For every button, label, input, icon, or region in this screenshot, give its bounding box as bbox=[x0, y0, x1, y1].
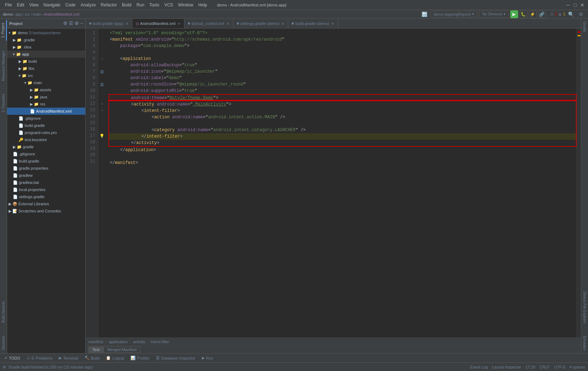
project-filter-icon[interactable]: ☰ bbox=[69, 21, 73, 26]
menu-navigate[interactable]: Navigate bbox=[41, 2, 62, 8]
tab-close-dcloud[interactable]: ✕ bbox=[226, 22, 229, 26]
menu-refactor[interactable]: Refactor bbox=[99, 2, 119, 8]
tab-close[interactable]: ✕ bbox=[126, 22, 128, 26]
project-collapse-icon[interactable]: − bbox=[80, 21, 83, 26]
tab-build-gradle-demo[interactable]: build.gradle (demo) ✕ bbox=[288, 19, 338, 28]
tab-androidmanifest[interactable]: ⊡ AndroidManifest.xml ✕ bbox=[132, 19, 185, 28]
menu-tools[interactable]: Tools bbox=[147, 2, 162, 8]
tree-item-proguard[interactable]: 📄 proguard-rules.pro bbox=[7, 129, 85, 136]
tree-item-gradlew-bat[interactable]: 📄 gradlew.bat bbox=[7, 179, 85, 186]
tab-settings-gradle[interactable]: settings.gradle (demo) ✕ bbox=[233, 19, 288, 28]
menu-window[interactable]: Window bbox=[176, 2, 195, 8]
tree-item-res[interactable]: ▶ 📁 res bbox=[7, 101, 85, 108]
tab-close-settings[interactable]: ✕ bbox=[281, 22, 284, 26]
breadcrumb-app[interactable]: app bbox=[15, 12, 22, 16]
breadcrumb-file[interactable]: AndroidManifest.xml bbox=[44, 12, 80, 16]
tab-dcloud[interactable]: dcloud_control.xml ✕ bbox=[184, 19, 233, 28]
event-log-button[interactable]: Event Log bbox=[470, 365, 488, 369]
menu-analyze[interactable]: Analyze bbox=[78, 2, 98, 8]
sidebar-tab-project[interactable]: 1: Project bbox=[0, 20, 7, 41]
no-devices-selector[interactable]: No Devices ▾ bbox=[479, 11, 508, 17]
maximize-button[interactable]: □ bbox=[572, 2, 578, 8]
path-manifest[interactable]: manifest bbox=[88, 340, 103, 344]
sidebar-tab-resource[interactable]: Resource Manager bbox=[0, 48, 6, 84]
menu-build[interactable]: Build bbox=[120, 2, 134, 8]
menu-file[interactable]: File bbox=[3, 2, 14, 8]
run-config-selector[interactable]: demo [signingReport] ▾ bbox=[430, 11, 478, 17]
breadcrumb-demo[interactable]: demo bbox=[3, 12, 13, 16]
project-gear-icon[interactable]: ⚙ bbox=[75, 21, 79, 26]
profile-button[interactable]: ⚡ bbox=[529, 10, 537, 18]
tree-item-gradle-hidden[interactable]: ▶ 📁 .gradle bbox=[7, 36, 85, 43]
terminal-tab[interactable]: ▶ Terminal bbox=[56, 355, 81, 361]
tree-item-java[interactable]: ▶ 📁 java bbox=[7, 93, 85, 101]
tree-item-gradle[interactable]: ▶ 📁 gradle bbox=[7, 143, 85, 150]
todo-tab[interactable]: ✓ TODO bbox=[1, 355, 23, 361]
menu-edit[interactable]: Edit bbox=[15, 2, 26, 8]
menu-vcs[interactable]: VCS bbox=[162, 2, 175, 8]
menu-run[interactable]: Run bbox=[134, 2, 147, 8]
tree-item-build-gradle-app[interactable]: 📄 build.gradle bbox=[7, 122, 85, 129]
search-everywhere-button[interactable]: 🔍 bbox=[567, 10, 575, 19]
menu-help[interactable]: Help bbox=[196, 2, 209, 8]
sidebar-tab-favorites[interactable]: 2: Favorites bbox=[0, 91, 6, 115]
tab-close-demo[interactable]: ✕ bbox=[331, 22, 334, 26]
build-tab[interactable]: 🔨 Build bbox=[82, 355, 102, 361]
tree-item-settings-gradle[interactable]: 📄 settings.gradle bbox=[7, 193, 85, 200]
logcat-tab[interactable]: 📋 Logcat bbox=[103, 355, 127, 361]
back-btn[interactable]: 🔙 bbox=[420, 10, 429, 19]
sidebar-tab-structure[interactable]: Structure bbox=[0, 333, 6, 353]
path-intent-filter[interactable]: intent-filter bbox=[151, 340, 169, 344]
layout-inspector-button[interactable]: Layout Inspector bbox=[492, 365, 521, 369]
breadcrumb-src[interactable]: src bbox=[25, 12, 30, 16]
gutter-13[interactable]: ▾ bbox=[98, 107, 106, 113]
tree-item-gitignore-root[interactable]: 📄 .gitignore bbox=[7, 150, 85, 158]
tree-item-androidmanifest[interactable]: 📄 AndroidManifest.xml bbox=[7, 108, 85, 115]
gutter-5[interactable]: ▾ bbox=[98, 56, 106, 62]
path-application[interactable]: application bbox=[109, 340, 128, 344]
device-file-explorer-tab[interactable]: Device File Explorer bbox=[582, 289, 588, 326]
gutter-12[interactable]: ▾ bbox=[98, 101, 106, 107]
menu-code[interactable]: Code bbox=[63, 2, 78, 8]
menu-view[interactable]: View bbox=[27, 2, 41, 8]
tree-item-main[interactable]: ▾ 📁 main bbox=[7, 79, 85, 86]
code-editor[interactable]: <?xml version="1.0" encoding="utf-8"?> <… bbox=[106, 29, 577, 337]
text-view-button[interactable]: Text bbox=[88, 346, 103, 353]
run-button[interactable]: ▶ bbox=[510, 10, 518, 18]
status-indent[interactable]: 4 spaces bbox=[569, 365, 585, 369]
tree-item-gradle-properties[interactable]: 📄 gradle.properties bbox=[7, 165, 85, 172]
tree-item-build-gradle-root[interactable]: 📄 build.gradle bbox=[7, 158, 85, 165]
tab-build-gradle-app[interactable]: build.gradle (app) ✕ bbox=[86, 19, 132, 28]
emulator-tab[interactable]: Emulator bbox=[582, 333, 588, 353]
settings-button[interactable]: ⚙ bbox=[577, 10, 585, 19]
tree-item-gradlew[interactable]: 📄 gradlew bbox=[7, 172, 85, 179]
tab-close-active[interactable]: ✕ bbox=[178, 22, 180, 26]
project-settings-icon[interactable]: ⚙ bbox=[63, 21, 67, 26]
tree-item-gitignore-app[interactable]: 📄 .gitignore bbox=[7, 115, 85, 122]
tree-item-local-properties[interactable]: 📄 local.properties bbox=[7, 186, 85, 193]
tree-item-app[interactable]: ▾ 📁 app bbox=[7, 51, 85, 58]
problems-tab[interactable]: ⚠ 6: Problems bbox=[24, 355, 56, 361]
tree-item-build[interactable]: ▶ 📁 build bbox=[7, 58, 85, 65]
gradle-tab[interactable]: Gradle bbox=[582, 19, 588, 35]
tree-item-idea[interactable]: ▶ 📁 .idea bbox=[7, 43, 85, 51]
tree-item-external-libs[interactable]: ▶ 📦 External Libraries bbox=[7, 200, 85, 207]
minimize-button[interactable]: ─ bbox=[565, 2, 571, 8]
breadcrumb-main[interactable]: main bbox=[33, 12, 41, 16]
tree-item-assets[interactable]: ▶ 📁 assets bbox=[7, 86, 85, 93]
debug-button[interactable]: 🐛 bbox=[520, 10, 527, 18]
path-activity[interactable]: activity bbox=[133, 340, 145, 344]
run-tab[interactable]: ▶ Run bbox=[199, 355, 216, 361]
close-button[interactable]: ✕ bbox=[579, 2, 585, 8]
tree-item-demo[interactable]: ▾ 📁 demo D:\workspace\demo bbox=[7, 29, 85, 36]
tree-item-scratches[interactable]: ▶ 📝 Scratches and Consoles bbox=[7, 207, 85, 215]
tree-item-src[interactable]: ▾ 📁 src bbox=[7, 72, 85, 79]
tree-item-libs[interactable]: ▶ 📁 libs bbox=[7, 65, 85, 72]
attach-debugger-button[interactable]: 🔗 bbox=[538, 10, 546, 18]
sidebar-tab-build-variants[interactable]: Build Variants bbox=[0, 298, 6, 326]
merged-manifest-button[interactable]: Merged Manifest bbox=[103, 346, 140, 353]
status-encoding[interactable]: UTF-8 bbox=[554, 365, 565, 369]
profiler-tab[interactable]: 📊 Profiler bbox=[128, 355, 152, 361]
status-linesep[interactable]: CRLF bbox=[540, 365, 550, 369]
database-inspector-tab[interactable]: 🗄 Database Inspector bbox=[153, 355, 198, 361]
